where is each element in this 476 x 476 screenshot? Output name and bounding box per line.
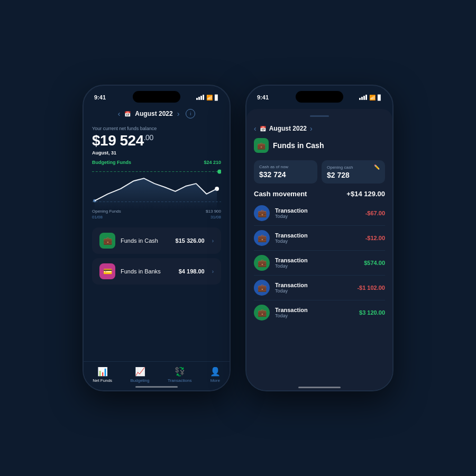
txn-date-3: Today	[275, 288, 352, 294]
txn-amount-0: -$67.00	[365, 210, 385, 216]
balance-main: $19 524	[92, 132, 144, 149]
transaction-0[interactable]: 💼 Transaction Today -$67.00	[254, 201, 385, 226]
txn-icon-4: 💼	[254, 305, 270, 321]
nav-label-budgeting: Budgeting	[130, 378, 149, 383]
txn-icon-1: 💼	[254, 230, 270, 246]
txn-info-4: Transaction Today	[275, 307, 354, 318]
nav-icon-net-funds: 📊	[97, 367, 108, 377]
status-icons-2: 📶 ▊	[359, 95, 382, 100]
chart-labels-top: Budgeting Funds $24 210	[92, 160, 221, 165]
fund-card-0[interactable]: 💼 Funds in Cash $15 326.00 ›	[92, 227, 221, 254]
balance-date-1: August, 31	[92, 150, 221, 155]
fund-icon-1: 💳	[99, 263, 115, 279]
nav-icon-more: 👤	[210, 367, 221, 377]
balance-amount-1: $19 524.00	[92, 132, 221, 149]
time-1: 9:41	[94, 94, 106, 100]
fund-name-0: Funds in Cash	[121, 237, 170, 244]
txn-name-4: Transaction	[275, 307, 354, 313]
status-icons-1: 📶 ▊	[196, 95, 219, 100]
fund-card-1[interactable]: 💳 Funds in Banks $4 198.00 ›	[92, 258, 221, 285]
phone-2: 9:41 📶 ▊ ‹ 📅 August 2022	[245, 85, 393, 391]
time-2: 9:41	[257, 94, 269, 100]
nav-item-net-funds[interactable]: 📊 Net Funds	[93, 367, 112, 383]
cash-movement-row: Cash movement +$14 129.00	[254, 190, 385, 198]
chart-svg	[92, 165, 221, 210]
cash-now-value: $32 724	[259, 170, 312, 179]
bottom-sheet: ‹ 📅 August 2022 › 💼 Funds in Cash Cash a…	[246, 109, 392, 390]
battery-icon: ▊	[215, 95, 219, 100]
home-indicator-1	[135, 386, 178, 388]
balance-decimal: .00	[144, 133, 153, 142]
fund-arrow-1: ›	[212, 269, 214, 274]
nav-icon-transactions: 💱	[175, 367, 185, 377]
phone1-content: ‹ 📅 August 2022 › i Your current net fun…	[84, 105, 230, 364]
next-arrow-2[interactable]: ›	[310, 124, 313, 133]
txn-date-2: Today	[275, 263, 359, 269]
wifi-icon-2: 📶	[369, 95, 376, 100]
notch-1	[133, 91, 180, 103]
month-nav-2[interactable]: ‹ 📅 August 2022 ›	[254, 122, 385, 135]
opening-cash-card: Opening cash ✏️ $2 728	[322, 160, 385, 184]
signal-icon	[196, 95, 204, 100]
fund-arrow-0: ›	[212, 238, 214, 244]
balance-label-1: Your current net funds balance	[92, 126, 221, 131]
txn-icon-0: 💼	[254, 205, 270, 221]
month-label-2: August 2022	[269, 125, 307, 132]
budgeting-value: $24 210	[204, 160, 221, 165]
month-icon-2: 📅	[260, 126, 266, 132]
notch-2	[296, 91, 343, 103]
cash-movement-label: Cash movement	[254, 190, 307, 198]
sheet-handle	[310, 115, 329, 117]
nav-label-more: More	[210, 378, 220, 383]
opening-cash-label: Opening cash	[327, 165, 353, 170]
edit-icon[interactable]: ✏️	[374, 164, 380, 170]
txn-info-2: Transaction Today	[275, 257, 359, 269]
month-label-1: August 2022	[135, 110, 172, 117]
transaction-2[interactable]: 💼 Transaction Today $574.00	[254, 251, 385, 276]
txn-date-0: Today	[275, 214, 360, 219]
nav-item-budgeting[interactable]: 📈 Budgeting	[130, 367, 149, 383]
txn-name-2: Transaction	[275, 257, 359, 263]
txn-info-3: Transaction Today	[275, 282, 352, 294]
txn-name-1: Transaction	[275, 232, 360, 239]
txn-amount-4: $3 120.00	[359, 309, 385, 316]
signal-icon-2	[359, 95, 367, 100]
chart-svg-area	[92, 165, 221, 210]
month-nav-1[interactable]: ‹ 📅 August 2022 › i	[92, 105, 221, 123]
txn-info-0: Transaction Today	[275, 207, 360, 219]
cash-now-label: Cash as of now	[259, 164, 312, 169]
txn-amount-3: -$1 102.00	[357, 285, 385, 291]
phone-1: 9:41 📶 ▊ ‹ 📅 August 2022 ›	[83, 85, 231, 391]
txn-date-1: Today	[275, 239, 360, 244]
prev-arrow-2[interactable]: ‹	[254, 124, 257, 133]
next-arrow-1[interactable]: ›	[177, 109, 180, 118]
nav-label-net-funds: Net Funds	[93, 378, 112, 383]
prev-arrow-1[interactable]: ‹	[118, 109, 121, 118]
fund-amount-0: $15 326.00	[176, 237, 205, 244]
cash-movement-value: +$14 129.00	[346, 190, 385, 198]
phone2-content: ‹ 📅 August 2022 › 💼 Funds in Cash Cash a…	[246, 105, 392, 390]
transaction-1[interactable]: 💼 Transaction Today -$12.00	[254, 226, 385, 251]
budgeting-label: Budgeting Funds	[92, 160, 131, 165]
funds-icon: 💼	[254, 138, 269, 153]
chart-date-start: 01/08	[92, 215, 103, 219]
chart-date-end: 31/08	[210, 215, 221, 219]
txn-icon-3: 💼	[254, 280, 270, 296]
txn-name-0: Transaction	[275, 207, 360, 214]
chart-area-1: Budgeting Funds $24 210	[92, 160, 221, 223]
nav-item-transactions[interactable]: 💱 Transactions	[168, 367, 192, 383]
transaction-4[interactable]: 💼 Transaction Today $3 120.00	[254, 300, 385, 325]
battery-icon-2: ▊	[378, 95, 382, 100]
nav-item-more[interactable]: 👤 More	[210, 367, 221, 383]
txn-name-3: Transaction	[275, 282, 352, 288]
transaction-3[interactable]: 💼 Transaction Today -$1 102.00	[254, 276, 385, 300]
nav-label-transactions: Transactions	[168, 378, 192, 383]
transaction-list: 💼 Transaction Today -$67.00 💼 Transactio…	[254, 201, 385, 325]
funds-header-row: 💼 Funds in Cash	[254, 135, 385, 156]
funds-title: Funds in Cash	[273, 141, 324, 150]
cash-now-card: Cash as of now $32 724	[254, 160, 317, 184]
phones-container: 9:41 📶 ▊ ‹ 📅 August 2022 ›	[83, 85, 393, 391]
info-button-1[interactable]: i	[186, 109, 195, 118]
txn-amount-1: -$12.00	[365, 235, 385, 241]
svg-point-1	[217, 170, 221, 174]
